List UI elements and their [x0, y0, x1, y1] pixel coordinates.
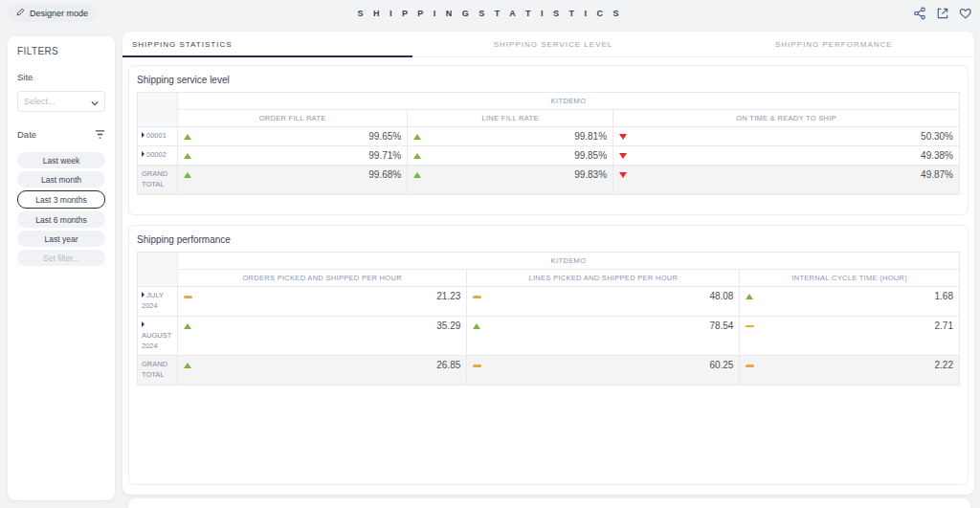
metric-value: 50.30%	[921, 131, 953, 142]
metric-value: 99.85%	[574, 150, 607, 161]
expand-arrow-icon[interactable]	[142, 292, 145, 298]
main-panel: SHIPPING STATISTICSSHIPPING SERVICE LEVE…	[122, 32, 974, 495]
date-filter-options: Last weekLast monthLast 3 monthsLast 6 m…	[17, 152, 105, 266]
metric-value: 99.68%	[368, 169, 401, 180]
table-row-july-2024: JULY 202421.2348.081.68	[138, 287, 960, 317]
metric-value: 48.08	[709, 291, 733, 301]
metric-value: 78.54	[709, 320, 733, 331]
tab-shipping-service-level[interactable]: SHIPPING SERVICE LEVEL	[412, 32, 693, 56]
column-header-orders-picked-and-shipped-per-hour: ORDERS PICKED AND SHIPPED PER HOUR	[178, 270, 467, 287]
tab-shipping-performance[interactable]: SHIPPING PERFORMANCE	[694, 32, 974, 56]
site-filter-label: Site	[17, 72, 105, 82]
metric-value: 26.85	[436, 360, 460, 370]
date-option-last-6-months[interactable]: Last 6 months	[17, 211, 105, 228]
row-label[interactable]: 00002	[138, 146, 178, 166]
tab-bar: SHIPPING STATISTICSSHIPPING SERVICE LEVE…	[122, 32, 974, 57]
metric-cell: 99.65%	[178, 127, 408, 146]
column-header-order-fill-rate: ORDER FILL RATE	[178, 110, 408, 127]
metric-value: 21.23	[436, 291, 460, 301]
trend-flat-icon	[473, 364, 481, 367]
column-header-lines-picked-and-shipped-per-hour: LINES PICKED AND SHIPPED PER HOUR	[467, 270, 740, 287]
next-section-card-peek	[128, 498, 970, 508]
trend-up-icon	[184, 172, 191, 178]
metric-value: 99.81%	[574, 131, 607, 142]
trend-up-icon	[184, 153, 191, 159]
metric-value: 1.68	[935, 291, 953, 301]
metric-value: 35.29	[436, 320, 460, 331]
metric-cell: 99.83%	[408, 166, 613, 195]
card-title: Shipping performance	[129, 226, 968, 252]
trend-up-icon	[184, 363, 191, 368]
metric-cell: 99.68%	[178, 166, 408, 195]
table-row-00001: 0000199.65%99.81%50.30%	[138, 127, 960, 146]
expand-arrow-icon[interactable]	[142, 321, 145, 327]
trend-up-icon	[746, 294, 753, 299]
metric-cell: 78.54	[467, 316, 740, 356]
trend-flat-icon	[184, 296, 192, 298]
date-option-last-week[interactable]: Last week	[17, 152, 105, 168]
column-header-on-time-ready-to-ship: ON TIME & READY TO SHIP	[613, 110, 960, 127]
metric-value: 99.83%	[574, 169, 607, 180]
filters-title: FILTERS	[17, 46, 105, 56]
metric-cell: 49.87%	[613, 166, 960, 195]
trend-up-icon	[413, 134, 421, 140]
metric-cell: 99.85%	[408, 146, 613, 166]
trend-up-icon	[473, 323, 480, 329]
table-row-grand-total: GRAND TOTAL26.8560.252.22	[138, 356, 960, 386]
trend-up-icon	[413, 153, 421, 159]
expand-arrow-icon[interactable]	[142, 132, 145, 138]
metric-value: 49.87%	[921, 169, 953, 180]
row-label[interactable]: AUGUST 2024	[138, 316, 178, 356]
date-option-set-filter[interactable]: Set filter...	[17, 250, 105, 266]
filters-panel: FILTERS Site Select... Date Last weekLas…	[8, 36, 115, 500]
table-row-grand-total: GRAND TOTAL99.68%99.83%49.87%	[138, 166, 960, 195]
chevron-down-icon	[91, 93, 99, 110]
metric-cell: 2.22	[740, 356, 960, 386]
row-label[interactable]: 00001	[138, 127, 178, 146]
favorite-icon[interactable]	[959, 7, 972, 20]
trend-up-icon	[413, 172, 421, 178]
row-label: GRAND TOTAL	[138, 166, 178, 195]
table-shipping-service-level: KITDEMOORDER FILL RATELINE FILL RATEON T…	[137, 92, 960, 195]
metric-cell: 1.68	[740, 287, 960, 317]
metric-value: 99.65%	[368, 131, 401, 142]
topbar-actions	[913, 7, 972, 20]
site-select[interactable]: Select...	[17, 91, 105, 112]
filter-icon[interactable]	[95, 125, 105, 143]
trend-up-icon	[184, 323, 191, 329]
card-shipping-service-level: Shipping service levelKITDEMOORDER FILL …	[128, 65, 969, 215]
date-option-last-3-months[interactable]: Last 3 months	[17, 190, 105, 209]
metric-cell: 99.81%	[408, 127, 613, 146]
metric-value: 2.22	[935, 360, 953, 370]
trend-up-icon	[184, 134, 191, 140]
topbar: Designer mode S H I P P I N G S T A T I …	[0, 0, 980, 29]
date-option-last-month[interactable]: Last month	[17, 171, 105, 188]
group-header: KITDEMO	[178, 93, 960, 110]
row-label[interactable]: JULY 2024	[138, 287, 178, 317]
table-corner-cell	[138, 93, 178, 127]
group-header: KITDEMO	[178, 253, 960, 270]
tab-shipping-statistics[interactable]: SHIPPING STATISTICS	[122, 32, 412, 56]
metric-value: 49.38%	[921, 150, 953, 161]
metric-cell: 50.30%	[613, 127, 960, 146]
date-filter-label: Date	[17, 129, 36, 140]
date-option-last-year[interactable]: Last year	[17, 231, 105, 247]
open-in-new-icon[interactable]	[936, 7, 949, 20]
trend-flat-icon	[473, 296, 481, 298]
metric-cell: 21.23	[178, 287, 467, 317]
row-label: GRAND TOTAL	[138, 356, 178, 386]
metric-cell: 48.08	[467, 287, 740, 317]
share-icon[interactable]	[913, 7, 926, 20]
metric-cell: 26.85	[178, 356, 467, 386]
table-shipping-performance: KITDEMOORDERS PICKED AND SHIPPED PER HOU…	[137, 252, 960, 386]
page-title: S H I P P I N G S T A T I S T I C S	[0, 9, 980, 18]
expand-arrow-icon[interactable]	[142, 151, 145, 157]
trend-down-icon	[619, 134, 627, 140]
metric-cell: 35.29	[178, 316, 467, 356]
site-select-placeholder: Select...	[24, 97, 56, 106]
column-header-line-fill-rate: LINE FILL RATE	[408, 110, 613, 127]
table-corner-cell	[138, 253, 178, 287]
card-shipping-performance: Shipping performanceKITDEMOORDERS PICKED…	[128, 225, 969, 485]
metric-cell: 99.71%	[178, 146, 408, 166]
trend-flat-icon	[746, 364, 754, 367]
